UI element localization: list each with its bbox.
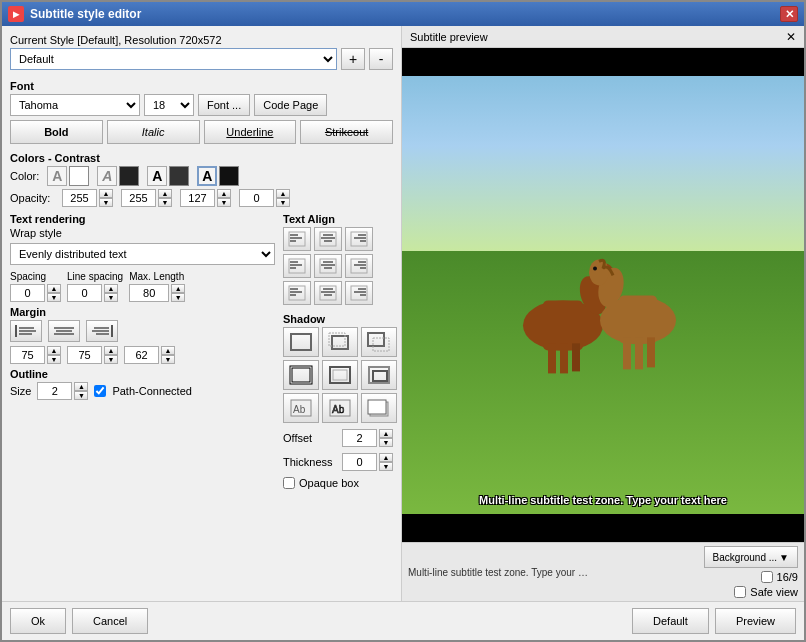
- opacity-up-4[interactable]: ▲: [276, 189, 290, 198]
- margin-left-up[interactable]: ▲: [47, 346, 61, 355]
- shadow-outline[interactable]: [283, 360, 319, 390]
- preview-subtitle-label: Multi-line subtitle test zone. Type your…: [408, 567, 588, 578]
- shadow-type-9[interactable]: [361, 393, 397, 423]
- margin-right-btn[interactable]: [86, 320, 118, 342]
- color-swatch-1[interactable]: [69, 166, 89, 186]
- thickness-down[interactable]: ▼: [379, 462, 393, 471]
- align-mid-right[interactable]: [345, 254, 373, 278]
- shadow-double[interactable]: [322, 360, 358, 390]
- outline-size-up[interactable]: ▲: [74, 382, 88, 391]
- opacity-input-4[interactable]: [239, 189, 274, 207]
- color-swatch-3[interactable]: [169, 166, 189, 186]
- ok-btn[interactable]: Ok: [10, 608, 66, 634]
- margin-left-input[interactable]: [10, 346, 45, 364]
- thickness-input[interactable]: [342, 453, 377, 471]
- shadow-type-8[interactable]: Ab: [322, 393, 358, 423]
- opacity-down-2[interactable]: ▼: [158, 198, 172, 207]
- preview-btn[interactable]: Preview: [715, 608, 796, 634]
- opacity-input-2[interactable]: [121, 189, 156, 207]
- outline-section: Outline Size ▲ ▼ Path-Conne: [10, 368, 275, 400]
- svg-rect-48: [332, 336, 348, 349]
- svg-rect-67: [560, 343, 568, 373]
- max-length-down[interactable]: ▼: [171, 293, 185, 302]
- title-bar-left: ▶ Subtitle style editor: [8, 6, 141, 22]
- opaque-box-checkbox[interactable]: [283, 477, 295, 489]
- margin-right-input[interactable]: [67, 346, 102, 364]
- offset-down[interactable]: ▼: [379, 438, 393, 447]
- aspect-ratio-checkbox[interactable]: [761, 571, 773, 583]
- margin-right-up[interactable]: ▲: [104, 346, 118, 355]
- default-btn[interactable]: Default: [632, 608, 709, 634]
- align-bot-left[interactable]: [283, 281, 311, 305]
- path-connected-checkbox[interactable]: [94, 385, 106, 397]
- line-spacing-up[interactable]: ▲: [104, 284, 118, 293]
- shadow-type-7[interactable]: Ab: [283, 393, 319, 423]
- spacing-up[interactable]: ▲: [47, 284, 61, 293]
- opacity-down-4[interactable]: ▼: [276, 198, 290, 207]
- opacity-up-2[interactable]: ▲: [158, 189, 172, 198]
- spacing-input[interactable]: [10, 284, 45, 302]
- max-length-input[interactable]: [129, 284, 169, 302]
- style-dropdown[interactable]: Default: [10, 48, 337, 70]
- outline-size-down[interactable]: ▼: [74, 391, 88, 400]
- spacing-down[interactable]: ▼: [47, 293, 61, 302]
- italic-btn[interactable]: Italic: [107, 120, 200, 144]
- code-page-btn[interactable]: Code Page: [254, 94, 327, 116]
- opacity-down-1[interactable]: ▼: [99, 198, 113, 207]
- thickness-up[interactable]: ▲: [379, 453, 393, 462]
- align-mid-center[interactable]: [314, 254, 342, 278]
- cancel-btn[interactable]: Cancel: [72, 608, 148, 634]
- font-size-dropdown[interactable]: 18: [144, 94, 194, 116]
- svg-text:Ab: Ab: [293, 404, 306, 415]
- bold-btn[interactable]: Bold: [10, 120, 103, 144]
- shadow-soft[interactable]: [361, 360, 397, 390]
- opacity-btns-3: ▲ ▼: [217, 189, 231, 207]
- font-name-dropdown[interactable]: Tahoma: [10, 94, 140, 116]
- safe-view-checkbox[interactable]: [734, 586, 746, 598]
- margin-left-down[interactable]: ▼: [47, 355, 61, 364]
- line-spacing-input[interactable]: [67, 284, 102, 302]
- align-bot-center[interactable]: [314, 281, 342, 305]
- svg-rect-73: [619, 295, 657, 343]
- add-style-btn[interactable]: +: [341, 48, 365, 70]
- align-mid-left[interactable]: [283, 254, 311, 278]
- window-close-btn[interactable]: ✕: [780, 6, 798, 22]
- margin-bottom-down[interactable]: ▼: [161, 355, 175, 364]
- remove-style-btn[interactable]: -: [369, 48, 393, 70]
- underline-btn[interactable]: Underline: [204, 120, 297, 144]
- color-icon-2: A: [97, 166, 117, 186]
- opacity-up-3[interactable]: ▲: [217, 189, 231, 198]
- margin-right-down[interactable]: ▼: [104, 355, 118, 364]
- margin-center-btn[interactable]: [48, 320, 80, 342]
- margin-left-btn[interactable]: [10, 320, 42, 342]
- margin-bottom-up[interactable]: ▲: [161, 346, 175, 355]
- font-dialog-btn[interactable]: Font ...: [198, 94, 250, 116]
- align-top-right[interactable]: [345, 227, 373, 251]
- shadow-bottom-right[interactable]: [361, 327, 397, 357]
- opacity-up-1[interactable]: ▲: [99, 189, 113, 198]
- strikeout-btn[interactable]: Strikeout: [300, 120, 393, 144]
- style-row: Default + -: [10, 48, 393, 70]
- offset-input[interactable]: [342, 429, 377, 447]
- margin-bottom-input[interactable]: [124, 346, 159, 364]
- shadow-none[interactable]: [283, 327, 319, 357]
- wrap-style-dropdown[interactable]: Evenly distributed text: [10, 243, 275, 265]
- offset-up[interactable]: ▲: [379, 429, 393, 438]
- opaque-box-label: Opaque box: [299, 477, 359, 489]
- colors-section: Colors - Contrast Color: A A A: [10, 152, 393, 207]
- opacity-input-1[interactable]: [62, 189, 97, 207]
- opacity-down-3[interactable]: ▼: [217, 198, 231, 207]
- align-top-center[interactable]: [314, 227, 342, 251]
- align-bot-right[interactable]: [345, 281, 373, 305]
- line-spacing-down[interactable]: ▼: [104, 293, 118, 302]
- outline-size-input[interactable]: [37, 382, 72, 400]
- background-btn[interactable]: Background ... ▼: [704, 546, 798, 568]
- shadow-top-right[interactable]: [322, 327, 358, 357]
- max-length-up[interactable]: ▲: [171, 284, 185, 293]
- svg-rect-50: [368, 333, 384, 346]
- color-swatch-4[interactable]: [219, 166, 239, 186]
- color-swatch-2[interactable]: [119, 166, 139, 186]
- opacity-input-3[interactable]: [180, 189, 215, 207]
- preview-close-btn[interactable]: ✕: [786, 30, 796, 44]
- align-top-left[interactable]: [283, 227, 311, 251]
